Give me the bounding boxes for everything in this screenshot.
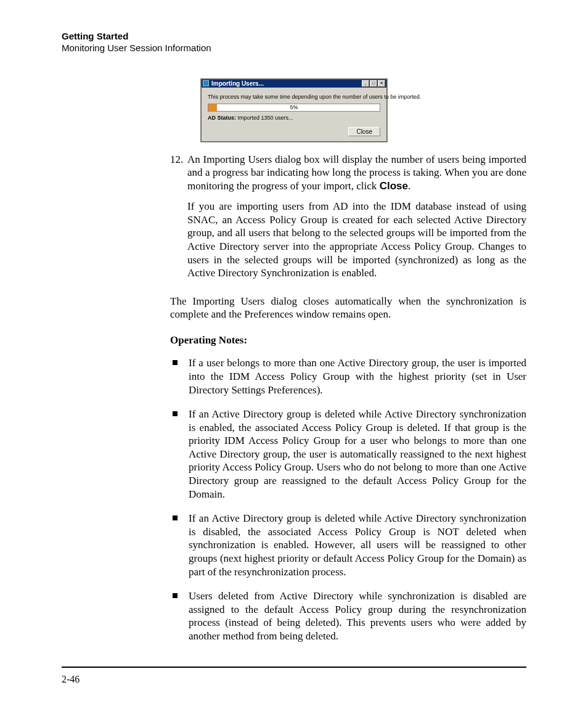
importing-users-dialog: Importing Users... _ □ × This process ma… <box>201 79 387 142</box>
status-text: Imported 1350 users... <box>236 115 293 121</box>
numbered-step: 12. An Importing Users dialog box will d… <box>170 153 526 287</box>
dialog-message: This process may take some time dependin… <box>208 94 380 100</box>
close-button[interactable]: Close <box>348 127 380 136</box>
close-ui-label: Close <box>380 180 408 192</box>
progress-bar: 5% <box>208 104 380 112</box>
maximize-icon[interactable]: □ <box>370 80 377 87</box>
notes-list: If a user belongs to more than one Activ… <box>170 356 526 642</box>
list-item: If an Active Directory group is deleted … <box>170 408 526 501</box>
dialog-title-left: Importing Users... <box>203 80 264 87</box>
status-prefix: AD Status: <box>208 115 236 121</box>
step-para-2: If you are importing users from AD into … <box>187 200 526 279</box>
chapter-title: Getting Started <box>62 31 526 43</box>
closing-paragraph: The Importing Users dialog closes automa… <box>170 295 526 321</box>
dialog-body: This process may take some time dependin… <box>202 88 386 141</box>
running-header: Getting Started Monitoring User Session … <box>62 31 526 54</box>
step-text: An Importing Users dialog box will displ… <box>187 153 526 287</box>
step-number: 12. <box>170 153 187 287</box>
window-buttons: _ □ × <box>362 80 385 87</box>
section-title: Monitoring User Session Information <box>62 43 526 54</box>
step-text-b: . <box>408 180 410 192</box>
operating-notes-heading: Operating Notes: <box>170 334 526 347</box>
app-icon <box>203 80 209 86</box>
close-icon[interactable]: × <box>378 80 385 87</box>
list-item: Users deleted from Active Directory whil… <box>170 589 526 642</box>
document-page: Getting Started Monitoring User Session … <box>0 0 588 706</box>
dialog-titlebar: Importing Users... _ □ × <box>202 80 386 88</box>
dialog-button-row: Close <box>208 127 380 136</box>
progress-label: 5% <box>208 104 380 111</box>
minimize-icon[interactable]: _ <box>362 80 369 87</box>
footer-rule <box>62 667 526 668</box>
step-text-a: An Importing Users dialog box will displ… <box>187 154 526 192</box>
list-item: If an Active Directory group is deleted … <box>170 512 526 578</box>
dialog-title-text: Importing Users... <box>211 80 264 87</box>
page-number: 2-46 <box>62 674 80 685</box>
body-content: 12. An Importing Users dialog box will d… <box>170 153 526 643</box>
list-item: If a user belongs to more than one Activ… <box>170 356 526 396</box>
step-para-1: An Importing Users dialog box will displ… <box>187 153 526 193</box>
dialog-status: AD Status: Imported 1350 users... <box>208 115 380 121</box>
